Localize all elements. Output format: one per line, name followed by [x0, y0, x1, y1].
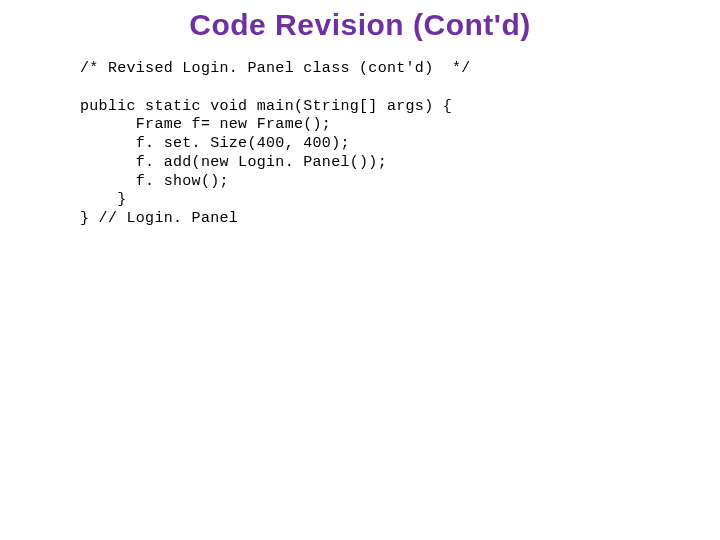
code-line-3: f. set. Size(400, 400);: [80, 135, 350, 152]
slide-title: Code Revision (Cont'd): [0, 0, 720, 60]
code-line-4: f. add(new Login. Panel());: [80, 154, 387, 171]
code-line-6: }: [80, 191, 127, 208]
code-block: /* Revised Login. Panel class (cont'd) *…: [0, 60, 720, 229]
code-line-7: } // Login. Panel: [80, 210, 238, 227]
code-line-1: public static void main(String[] args) {: [80, 98, 452, 115]
code-line-2: Frame f= new Frame();: [80, 116, 331, 133]
slide-container: Code Revision (Cont'd) /* Revised Login.…: [0, 0, 720, 540]
code-comment: /* Revised Login. Panel class (cont'd) *…: [80, 60, 471, 77]
code-line-5: f. show();: [80, 173, 229, 190]
